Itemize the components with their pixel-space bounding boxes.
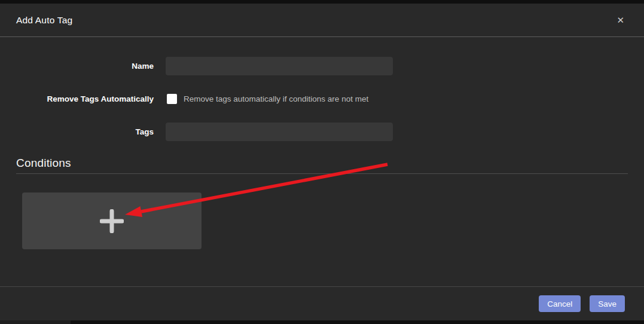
tags-input[interactable] <box>166 123 393 141</box>
remove-tags-caption: Remove tags automatically if conditions … <box>184 94 368 103</box>
modal-header: Add Auto Tag ✕ <box>0 4 644 37</box>
save-button[interactable]: Save <box>590 295 625 312</box>
name-input[interactable] <box>166 57 393 75</box>
add-auto-tag-modal: Add Auto Tag ✕ Name Remove Tags Automati… <box>0 4 644 320</box>
modal-title: Add Auto Tag <box>16 15 72 26</box>
plus-icon <box>100 209 124 233</box>
close-icon[interactable]: ✕ <box>614 13 627 27</box>
name-row: Name <box>16 57 628 75</box>
tags-label: Tags <box>16 127 166 136</box>
modal-footer: Cancel Save <box>0 286 644 320</box>
remove-tags-row: Remove Tags Automatically Remove tags au… <box>16 90 628 108</box>
name-label: Name <box>16 62 166 71</box>
remove-tags-label: Remove Tags Automatically <box>16 94 166 103</box>
page-bottom-edge <box>0 320 644 324</box>
cancel-button[interactable]: Cancel <box>539 295 581 312</box>
conditions-heading: Conditions <box>16 157 628 170</box>
tags-row: Tags <box>16 123 628 141</box>
add-condition-button[interactable] <box>22 192 202 249</box>
conditions-divider <box>16 173 628 174</box>
modal-body: Name Remove Tags Automatically Remove ta… <box>0 37 644 286</box>
page-bottom-edge-left <box>0 320 71 324</box>
remove-tags-checkbox[interactable] <box>167 94 177 104</box>
